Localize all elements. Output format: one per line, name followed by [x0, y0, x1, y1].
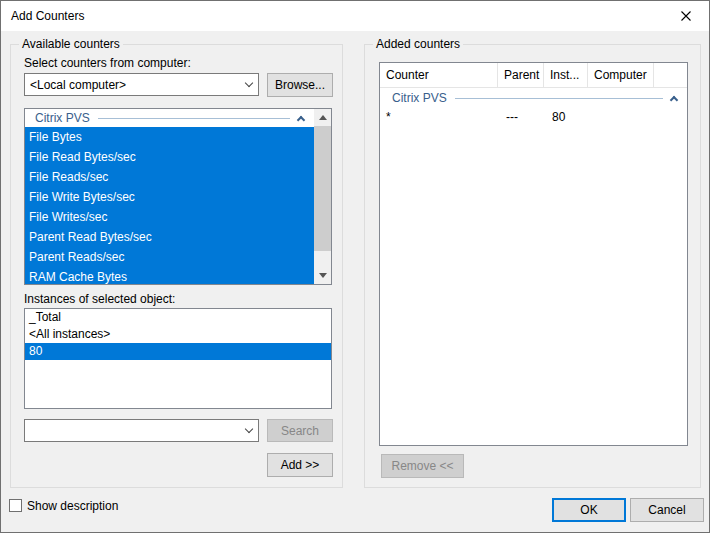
- counter-item[interactable]: File Writes/sec: [25, 207, 314, 227]
- column-header-computer[interactable]: Computer: [588, 63, 654, 87]
- counter-object-header[interactable]: Citrix PVS: [25, 109, 314, 127]
- chevron-down-icon[interactable]: [239, 74, 258, 95]
- column-header-instance[interactable]: Inst...: [544, 63, 588, 87]
- computer-combobox-value: <Local computer>: [25, 78, 239, 92]
- column-header-filler: [654, 63, 687, 87]
- table-header: Counter Parent Inst... Computer: [380, 63, 687, 88]
- window-title: Add Counters: [11, 9, 84, 23]
- counter-item[interactable]: RAM Cache Bytes: [25, 267, 314, 284]
- available-counters-group-label: Available counters: [19, 37, 123, 51]
- added-counters-group: Added counters Counter Parent Inst... Co…: [364, 44, 701, 488]
- title-bar: Add Counters: [1, 1, 709, 31]
- counter-item[interactable]: Parent Read Bytes/sec: [25, 227, 314, 247]
- show-description-checkbox[interactable]: [9, 499, 22, 512]
- cell-counter: *: [380, 110, 498, 124]
- show-description-control[interactable]: Show description: [9, 498, 118, 513]
- instance-item[interactable]: <All instances>: [25, 326, 331, 343]
- remove-button[interactable]: Remove <<: [381, 454, 464, 478]
- counter-object-label: Citrix PVS: [25, 111, 90, 125]
- divider: [455, 98, 663, 99]
- scrollbar-thumb[interactable]: [314, 126, 331, 251]
- collapse-chevron-icon[interactable]: [670, 95, 678, 103]
- column-header-parent[interactable]: Parent: [498, 63, 544, 87]
- triangle-down-icon: [319, 273, 327, 278]
- added-group-label: Citrix PVS: [380, 91, 447, 105]
- available-counter-list: Citrix PVS File Bytes File Read Bytes/se…: [24, 108, 332, 285]
- added-counters-group-label: Added counters: [373, 37, 463, 51]
- scroll-down-button[interactable]: [314, 267, 331, 284]
- chevron-down-icon[interactable]: [239, 420, 258, 441]
- cell-parent: ---: [498, 110, 544, 124]
- search-combobox[interactable]: [24, 419, 259, 442]
- select-computer-label: Select counters from computer:: [24, 56, 191, 70]
- counter-item[interactable]: File Write Bytes/sec: [25, 187, 314, 207]
- add-counters-dialog: Add Counters Available counters Select c…: [0, 0, 710, 533]
- added-counters-table: Counter Parent Inst... Computer Citrix P…: [379, 62, 688, 446]
- close-icon: [681, 11, 691, 21]
- counter-item[interactable]: Parent Reads/sec: [25, 247, 314, 267]
- scrollbar[interactable]: [314, 109, 331, 284]
- scroll-up-button[interactable]: [314, 109, 331, 126]
- show-description-label: Show description: [27, 499, 118, 513]
- browse-button[interactable]: Browse...: [267, 73, 333, 97]
- counter-item[interactable]: File Read Bytes/sec: [25, 147, 314, 167]
- column-header-counter[interactable]: Counter: [380, 63, 498, 87]
- computer-combobox[interactable]: <Local computer>: [24, 73, 259, 96]
- instance-item[interactable]: _Total: [25, 309, 331, 326]
- add-button[interactable]: Add >>: [267, 453, 333, 477]
- search-button[interactable]: Search: [267, 419, 333, 442]
- collapse-chevron-icon[interactable]: [297, 115, 305, 123]
- cancel-button[interactable]: Cancel: [630, 498, 704, 522]
- counter-item[interactable]: File Reads/sec: [25, 167, 314, 187]
- counter-item[interactable]: File Bytes: [25, 127, 314, 147]
- cell-instance: 80: [544, 110, 588, 124]
- instances-label: Instances of selected object:: [24, 292, 175, 306]
- instances-list: _Total <All instances> 80: [24, 308, 332, 409]
- divider: [98, 118, 290, 119]
- instance-item[interactable]: 80: [25, 343, 331, 360]
- triangle-up-icon: [319, 115, 327, 120]
- added-counter-row[interactable]: * --- 80: [380, 108, 687, 126]
- added-group-row[interactable]: Citrix PVS: [380, 88, 687, 108]
- available-counters-group: Available counters Select counters from …: [10, 44, 343, 488]
- close-button[interactable]: [663, 1, 709, 30]
- ok-button[interactable]: OK: [552, 498, 626, 522]
